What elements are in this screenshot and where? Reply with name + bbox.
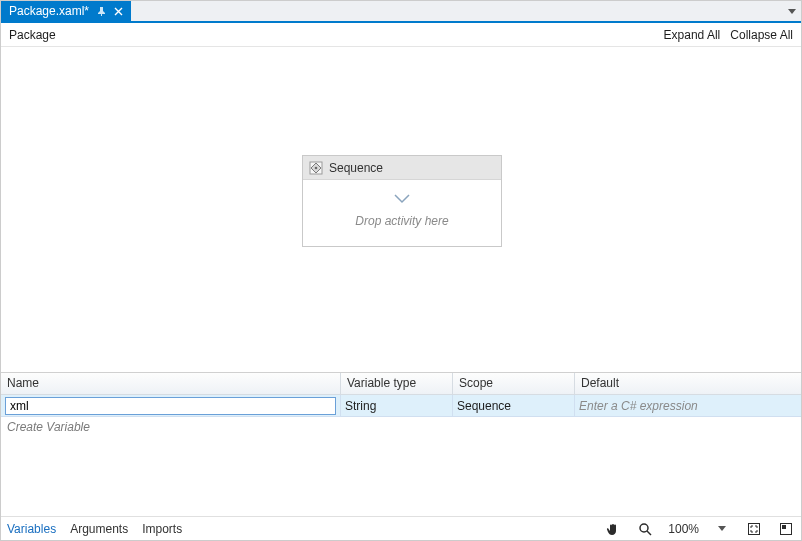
- drop-hint-text: Drop activity here: [355, 214, 448, 228]
- tab-imports[interactable]: Imports: [142, 522, 182, 536]
- variable-row[interactable]: String Sequence Enter a C# expression: [1, 395, 801, 417]
- document-tab-row: Package.xaml*: [1, 1, 801, 23]
- tab-arguments[interactable]: Arguments: [70, 522, 128, 536]
- variable-default-cell[interactable]: Enter a C# expression: [575, 395, 801, 417]
- variable-name-cell[interactable]: [1, 395, 341, 417]
- sequence-header[interactable]: Sequence: [303, 156, 501, 180]
- col-header-scope[interactable]: Scope: [453, 373, 575, 394]
- variables-panel: Name Variable type Scope Default String …: [1, 372, 801, 516]
- variable-name-input[interactable]: [5, 397, 336, 415]
- zoom-button[interactable]: [636, 520, 654, 538]
- workflow-designer-window: Package.xaml* Package Expand All Collaps…: [0, 0, 802, 541]
- svg-rect-3: [749, 523, 760, 534]
- variables-header-row: Name Variable type Scope Default: [1, 373, 801, 395]
- zoom-menu-button[interactable]: [713, 520, 731, 538]
- variable-scope-cell[interactable]: Sequence: [453, 395, 575, 417]
- tabrow-menu-button[interactable]: [783, 1, 801, 21]
- magnifier-icon: [638, 522, 652, 536]
- breadcrumb-root[interactable]: Package: [9, 28, 56, 42]
- create-variable-row[interactable]: Create Variable: [1, 417, 801, 437]
- zoom-level[interactable]: 100%: [668, 522, 699, 536]
- tabrow-spacer: [131, 1, 783, 21]
- chevron-down-icon: [718, 526, 726, 531]
- chevron-down-icon: [788, 9, 796, 14]
- collapse-all-button[interactable]: Collapse All: [730, 28, 793, 42]
- pan-mode-button[interactable]: [604, 520, 622, 538]
- variable-type-cell[interactable]: String: [341, 395, 453, 417]
- pin-icon[interactable]: [97, 7, 106, 16]
- sequence-title: Sequence: [329, 161, 383, 175]
- svg-point-2: [640, 524, 648, 532]
- expand-all-button[interactable]: Expand All: [664, 28, 721, 42]
- designer-canvas[interactable]: Sequence Drop activity here: [1, 47, 801, 372]
- sequence-icon: [309, 161, 323, 175]
- document-tab-title: Package.xaml*: [9, 4, 89, 18]
- fit-to-screen-button[interactable]: [745, 520, 763, 538]
- close-icon[interactable]: [114, 7, 123, 16]
- overview-button[interactable]: [777, 520, 795, 538]
- sequence-body[interactable]: Drop activity here: [303, 180, 501, 246]
- hand-icon: [606, 522, 620, 536]
- col-header-default[interactable]: Default: [575, 373, 801, 394]
- designer-status-bar: Variables Arguments Imports 100%: [1, 516, 801, 540]
- svg-point-1: [315, 166, 318, 169]
- sequence-activity[interactable]: Sequence Drop activity here: [302, 155, 502, 247]
- document-tab-package[interactable]: Package.xaml*: [1, 1, 131, 21]
- fit-to-screen-icon: [747, 522, 761, 536]
- overview-icon: [779, 522, 793, 536]
- svg-rect-5: [782, 525, 786, 529]
- drop-indicator-icon: [394, 194, 410, 204]
- tab-variables[interactable]: Variables: [7, 522, 56, 536]
- col-header-name[interactable]: Name: [1, 373, 341, 394]
- col-header-type[interactable]: Variable type: [341, 373, 453, 394]
- designer-toolbar: Package Expand All Collapse All: [1, 23, 801, 47]
- variables-empty-area: [1, 437, 801, 516]
